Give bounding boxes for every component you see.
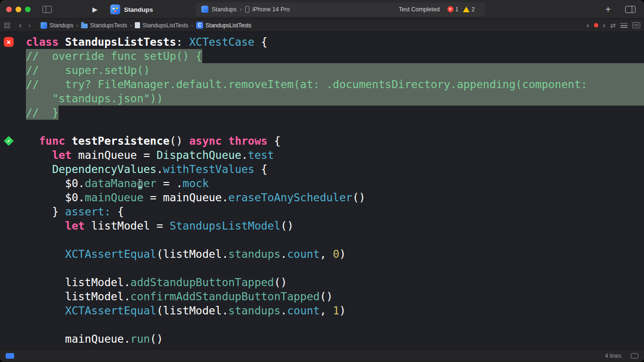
lines-icon: [620, 23, 627, 28]
chevron-separator-icon: ›: [240, 6, 242, 13]
code-line[interactable]: listModel.addStandupButtonTapped(): [0, 275, 644, 289]
code-text: DependencyValues.withTestValues {: [26, 162, 267, 176]
code-line[interactable]: let mainQueue = DispatchQueue.test: [0, 148, 644, 162]
traffic-lights: [6, 7, 31, 12]
scheme-name[interactable]: Standups: [212, 6, 237, 13]
test-failure-icon[interactable]: ✕: [4, 37, 14, 47]
code-line[interactable]: "standups.json")): [0, 91, 644, 106]
selection-info: 4 lines: [605, 353, 621, 359]
code-area[interactable]: ✕class StandupsListTests: XCTestCase {//…: [0, 32, 644, 349]
issue-dot-icon[interactable]: [594, 23, 598, 27]
related-items-button[interactable]: [4, 23, 10, 28]
code-line[interactable]: $0.dataManager = .mock: [0, 176, 644, 190]
code-line[interactable]: // }: [0, 106, 644, 120]
code-line[interactable]: [0, 261, 644, 275]
code-text: let listModel = StandupsListModel(): [26, 219, 294, 233]
breadcrumb-item[interactable]: StandupsTests: [81, 22, 127, 29]
code-text: // override func setUp() {: [26, 49, 202, 63]
activity-status-text: Test Completed: [399, 6, 440, 13]
app-icon: [41, 22, 47, 29]
code-text: } assert: {: [26, 205, 124, 219]
grid-icon: [4, 23, 10, 28]
error-count: 1: [455, 6, 459, 13]
project-badge: Standups: [110, 4, 153, 14]
breadcrumb-item[interactable]: CStandupsListTests: [196, 22, 251, 29]
code-line[interactable]: listModel.confirmAddStandupButtonTapped(…: [0, 289, 644, 304]
breadcrumb-label: StandupsListTests: [206, 22, 251, 29]
minimap-button[interactable]: [632, 22, 640, 28]
breadcrumb-item[interactable]: StandupsListTests: [135, 22, 188, 29]
code-line[interactable]: [0, 120, 644, 134]
code-text: mainQueue.run(): [26, 332, 163, 346]
class-icon: C: [196, 22, 203, 29]
xcode-window: ▶ Standups Standups › iPhone 14 Pro Test…: [0, 0, 644, 362]
next-issue-button[interactable]: ›: [603, 21, 606, 29]
adjust-editor-button[interactable]: [620, 23, 627, 28]
code-text: $0.mainQueue = mainQueue.eraseToAnySched…: [26, 190, 365, 205]
code-text: listModel.addStandupButtonTapped(): [26, 275, 287, 289]
code-line[interactable]: ✕class StandupsListTests: XCTestCase {: [0, 35, 644, 49]
code-line[interactable]: DependencyValues.withTestValues {: [0, 162, 644, 176]
code-line[interactable]: [0, 318, 644, 332]
sidebar-icon: [42, 6, 52, 13]
iphone-icon: [245, 6, 249, 13]
jumpbar-right-controls: ‹ › ⇄: [586, 21, 640, 29]
chevron-separator-icon: ›: [76, 22, 78, 29]
code-line[interactable]: XCTAssertEqual(listModel.standups.count,…: [0, 247, 644, 261]
code-line[interactable]: XCTAssertEqual(listModel.standups.count,…: [0, 304, 644, 318]
code-text: let mainQueue = DispatchQueue.test: [26, 148, 274, 162]
folder-icon: [81, 24, 88, 28]
previous-issue-button[interactable]: ‹: [586, 21, 589, 29]
warning-icon: [463, 7, 470, 12]
error-badge[interactable]: ✕ 1: [447, 6, 459, 13]
minimize-window-button[interactable]: [16, 7, 21, 12]
run-button[interactable]: ▶: [92, 6, 98, 13]
editor-display-button[interactable]: [631, 353, 638, 358]
code-review-button[interactable]: ⇄: [610, 22, 616, 29]
code-text: // try? FileManager.default.removeItem(a…: [26, 77, 644, 91]
go-back-button[interactable]: ‹: [19, 21, 22, 29]
code-text: func testPersistence() async throws {: [26, 134, 281, 148]
code-structure-button[interactable]: [6, 353, 14, 359]
file-icon: [135, 22, 140, 28]
code-line[interactable]: } assert: {: [0, 205, 644, 219]
doc-lines-icon: [632, 22, 640, 28]
navigator-sidebar-toggle-button[interactable]: [42, 6, 52, 13]
code-line[interactable]: // override func setUp() {: [0, 49, 644, 63]
go-forward-button[interactable]: ›: [28, 21, 31, 29]
breadcrumb-label: StandupsListTests: [142, 22, 188, 29]
window-title: Standups: [124, 6, 153, 13]
close-window-button[interactable]: [6, 7, 12, 12]
code-text: XCTAssertEqual(listModel.standups.count,…: [26, 247, 346, 261]
editor-layout-button[interactable]: [625, 6, 636, 13]
plus-icon: +: [605, 4, 611, 14]
warning-badge[interactable]: 2: [463, 6, 475, 13]
toolbar: ▶ Standups Standups › iPhone 14 Pro Test…: [0, 0, 644, 19]
split-editor-icon: [625, 6, 636, 13]
run-destination[interactable]: iPhone 14 Pro: [252, 6, 289, 13]
code-text: // }: [26, 106, 58, 120]
code-line[interactable]: mainQueue.run(): [0, 332, 644, 346]
code-text: // super.setUp(): [26, 63, 644, 77]
code-line[interactable]: $0.mainQueue = mainQueue.eraseToAnySched…: [0, 190, 644, 205]
code-line[interactable]: let listModel = StandupsListModel(): [0, 219, 644, 233]
breadcrumb-item[interactable]: Standups: [41, 22, 74, 29]
breadcrumb-label: StandupsTests: [90, 22, 127, 29]
zoom-window-button[interactable]: [25, 7, 31, 12]
code-text: $0.dataManager = .mock: [26, 176, 209, 190]
add-button[interactable]: +: [605, 4, 611, 15]
code-line[interactable]: // try? FileManager.default.removeItem(a…: [0, 77, 644, 91]
app-icon: [110, 4, 120, 14]
code-line[interactable]: ✓ func testPersistence() async throws {: [0, 134, 644, 148]
code-text: class StandupsListTests: XCTestCase {: [26, 35, 267, 49]
breadcrumb: Standups›StandupsTests›StandupsListTests…: [41, 22, 251, 29]
code-line[interactable]: [0, 233, 644, 247]
code-text: listModel.confirmAddStandupButtonTapped(…: [26, 289, 333, 304]
code-line[interactable]: // super.setUp(): [0, 63, 644, 77]
test-pass-icon[interactable]: ✓: [4, 136, 14, 146]
code-text: "standups.json")): [26, 91, 644, 106]
activity-viewer[interactable]: Standups › iPhone 14 Pro Test Completed …: [196, 2, 485, 16]
editor-status-bar: 4 lines: [0, 349, 644, 362]
play-icon: ▶: [92, 6, 98, 13]
chevron-separator-icon: ›: [130, 22, 132, 29]
